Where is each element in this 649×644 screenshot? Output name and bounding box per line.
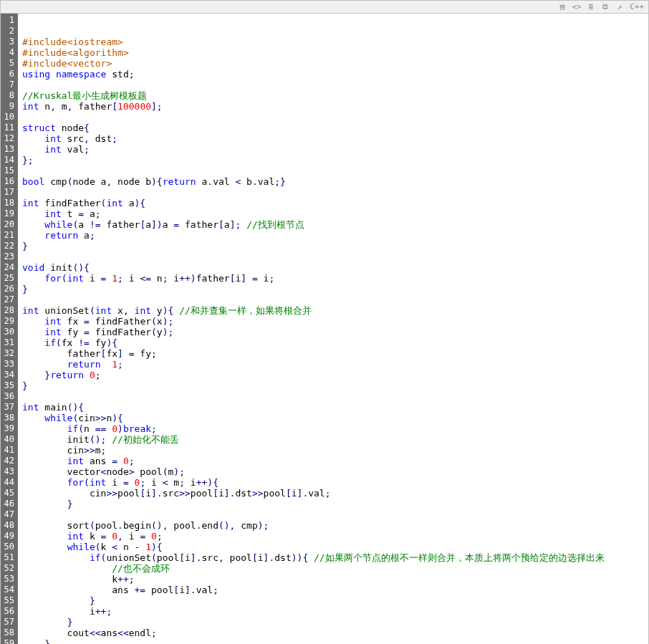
code-line[interactable]: if(unionSet(pool[i].src, pool[i].dst)){ … xyxy=(22,552,648,563)
line-number: 53 xyxy=(3,574,14,585)
line-number: 31 xyxy=(3,337,14,348)
code-line[interactable]: #include<algorithm> xyxy=(22,47,648,58)
code-line[interactable]: } xyxy=(22,241,648,251)
code-line[interactable]: i++; xyxy=(22,606,648,617)
code-line[interactable]: int fy = findFather(y); xyxy=(22,327,648,337)
code-line[interactable] xyxy=(22,391,648,402)
code-line[interactable]: using namespace std; xyxy=(22,69,648,80)
line-number: 15 xyxy=(3,165,14,176)
code-line[interactable]: cout<<ans<<endl; xyxy=(22,628,648,638)
code-line[interactable]: int val; xyxy=(22,144,648,155)
line-number: 52 xyxy=(3,563,14,574)
code-line[interactable]: int unionSet(int x, int y){ //和并查集一样，如果将… xyxy=(22,305,648,316)
line-number: 58 xyxy=(3,628,14,638)
code-line[interactable]: sort(pool.begin(), pool.end(), cmp); xyxy=(22,520,648,531)
code-line[interactable]: bool cmp(node a, node b){return a.val < … xyxy=(22,176,648,187)
code-line[interactable] xyxy=(22,112,648,122)
code-line[interactable]: while(a != father[a])a = father[a]; //找到… xyxy=(22,219,648,230)
line-number: 9 xyxy=(3,101,14,112)
language-label[interactable]: C++ xyxy=(628,2,645,11)
code-line[interactable]: struct node{ xyxy=(22,122,648,133)
code-line[interactable]: #include<iostream> xyxy=(22,37,648,47)
code-line[interactable] xyxy=(22,80,648,90)
code-line[interactable]: int fx = findFather(x); xyxy=(22,316,648,327)
code-line[interactable]: //Kruskal最小生成树模板题 xyxy=(22,90,648,101)
code-line[interactable]: int k = 0, i = 0; xyxy=(22,531,648,542)
code-line[interactable]: } xyxy=(22,499,648,509)
line-number: 20 xyxy=(3,219,14,230)
code-line[interactable]: int findFather(int a){ xyxy=(22,198,648,208)
line-number: 29 xyxy=(3,316,14,327)
code-line[interactable]: int src, dst; xyxy=(22,133,648,144)
wrap-icon[interactable]: ≣ xyxy=(585,2,597,12)
line-number: 42 xyxy=(3,456,14,466)
line-number: 40 xyxy=(3,434,14,445)
code-line[interactable]: for(int i = 0; i < m; i++){ xyxy=(22,477,648,488)
line-number: 11 xyxy=(3,122,14,133)
code-line[interactable]: father[fx] = fy; xyxy=(22,348,648,359)
code-line[interactable] xyxy=(22,294,648,305)
code-area: 1234567891011121314151617181920212223242… xyxy=(1,14,648,644)
line-number: 55 xyxy=(3,595,14,606)
code-line[interactable]: while(k < n - 1){ xyxy=(22,542,648,552)
popout-icon[interactable]: ↗ xyxy=(614,2,625,12)
code-line[interactable]: if(fx != fy){ xyxy=(22,337,648,348)
line-number: 37 xyxy=(3,402,14,413)
code-line[interactable]: cin>>m; xyxy=(22,445,648,456)
view-icon[interactable]: ▤ xyxy=(557,2,568,12)
line-number: 2 xyxy=(3,26,14,37)
code-line[interactable] xyxy=(22,187,648,198)
line-number: 59 xyxy=(3,638,14,644)
code-line[interactable]: } xyxy=(22,380,648,391)
code-line[interactable]: if(n == 0)break; xyxy=(22,423,648,434)
code-line[interactable]: } xyxy=(22,284,648,294)
code-content[interactable]: #include<iostream>#include<algorithm>#in… xyxy=(18,14,648,644)
code-line[interactable]: //也不会成环 xyxy=(22,563,648,574)
code-line[interactable] xyxy=(22,165,648,176)
code-line[interactable]: for(int i = 1; i <= n; i++)father[i] = i… xyxy=(22,273,648,284)
line-number: 48 xyxy=(3,520,14,531)
code-line[interactable]: } xyxy=(22,595,648,606)
code-line[interactable]: int main(){ xyxy=(22,402,648,413)
code-line[interactable]: cin>>pool[i].src>>pool[i].dst>>pool[i].v… xyxy=(22,488,648,499)
line-number: 25 xyxy=(3,273,14,284)
code-line[interactable]: } xyxy=(22,617,648,628)
line-number: 27 xyxy=(3,294,14,305)
line-number: 26 xyxy=(3,284,14,294)
line-number: 12 xyxy=(3,133,14,144)
line-number: 3 xyxy=(3,37,14,47)
code-line[interactable]: void init(){ xyxy=(22,262,648,273)
code-line[interactable]: int ans = 0; xyxy=(22,456,648,466)
line-number: 18 xyxy=(3,198,14,208)
line-number: 47 xyxy=(3,509,14,520)
code-icon[interactable]: <> xyxy=(571,2,582,12)
line-number: 36 xyxy=(3,391,14,402)
line-number: 4 xyxy=(3,47,14,58)
line-number: 22 xyxy=(3,241,14,251)
line-number: 49 xyxy=(3,531,14,542)
code-line[interactable]: int t = a; xyxy=(22,208,648,219)
code-line[interactable]: k++; xyxy=(22,574,648,585)
code-line[interactable]: ans += pool[i].val; xyxy=(22,585,648,595)
line-number: 6 xyxy=(3,69,14,80)
line-number: 39 xyxy=(3,423,14,434)
code-line[interactable]: vector<node> pool(m); xyxy=(22,466,648,477)
line-number: 10 xyxy=(3,112,14,122)
line-number: 7 xyxy=(3,80,14,90)
line-number: 16 xyxy=(3,176,14,187)
line-number: 23 xyxy=(3,251,14,262)
code-line[interactable]: init(); //初始化不能丢 xyxy=(22,434,648,445)
code-line[interactable]: return a; xyxy=(22,230,648,241)
code-line[interactable]: }return 0; xyxy=(22,370,648,380)
code-line[interactable] xyxy=(22,251,648,262)
code-line[interactable]: while(cin>>n){ xyxy=(22,413,648,423)
copy-icon[interactable]: ⧉ xyxy=(600,2,611,12)
code-line[interactable] xyxy=(22,509,648,520)
code-line[interactable]: return 1; xyxy=(22,359,648,370)
code-line[interactable]: #include<vector> xyxy=(22,58,648,69)
line-number: 45 xyxy=(3,488,14,499)
code-editor: ▤ <> ≣ ⧉ ↗ C++ 1234567891011121314151617… xyxy=(0,0,649,644)
code-line[interactable]: int n, m, father[100000]; xyxy=(22,101,648,112)
code-line[interactable]: }; xyxy=(22,155,648,165)
code-line[interactable]: } xyxy=(22,638,648,644)
